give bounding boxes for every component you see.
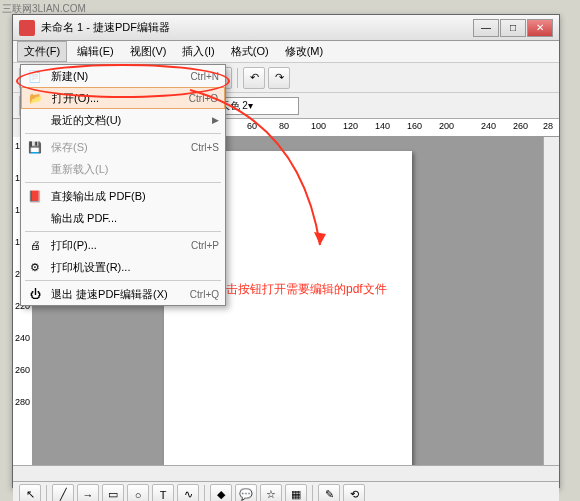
callout-icon[interactable]: 💬: [235, 484, 257, 502]
redo-icon[interactable]: ↷: [268, 67, 290, 89]
rect-icon[interactable]: ▭: [102, 484, 124, 502]
source-watermark: 三联网3LIAN.COM: [2, 2, 86, 16]
menu-modify[interactable]: 修改(M): [279, 42, 330, 61]
menu-edit[interactable]: 编辑(E): [71, 42, 120, 61]
maximize-button[interactable]: □: [500, 19, 526, 37]
menu-insert[interactable]: 插入(I): [176, 42, 220, 61]
edit-points-icon[interactable]: ✎: [318, 484, 340, 502]
line-icon[interactable]: ╱: [52, 484, 74, 502]
menu-item-export-pdf[interactable]: 📕 直接输出成 PDF(B): [21, 185, 225, 207]
file-menu-dropdown: 📄 新建(N) Ctrl+N 📂 打开(O)... Ctrl+O 最近的文档(U…: [20, 64, 226, 306]
minimize-button[interactable]: —: [473, 19, 499, 37]
menu-item-output-pdf[interactable]: 输出成 PDF...: [21, 207, 225, 229]
scrollbar-horizontal[interactable]: [13, 465, 559, 481]
menu-format[interactable]: 格式(O): [225, 42, 275, 61]
toolbar-bottom: ↖ ╱ → ▭ ○ T ∿ ◆ 💬 ☆ ▦ ✎ ⟲: [13, 481, 559, 501]
menubar: 文件(F) 编辑(E) 视图(V) 插入(I) 格式(O) 修改(M): [13, 41, 559, 63]
exit-icon: ⏻: [27, 286, 43, 302]
new-file-icon: 📄: [27, 68, 43, 84]
menu-item-new[interactable]: 📄 新建(N) Ctrl+N: [21, 65, 225, 87]
menu-item-exit[interactable]: ⏻ 退出 捷速PDF编辑器(X) Ctrl+Q: [21, 283, 225, 305]
arrow-tool-icon[interactable]: →: [77, 484, 99, 502]
menu-view[interactable]: 视图(V): [124, 42, 173, 61]
printer-settings-icon: ⚙: [27, 259, 43, 275]
menu-item-print[interactable]: 🖨 打印(P)... Ctrl+P: [21, 234, 225, 256]
star-icon[interactable]: ☆: [260, 484, 282, 502]
rotate-icon[interactable]: ⟲: [343, 484, 365, 502]
menu-file[interactable]: 文件(F): [17, 41, 67, 62]
menu-item-recent[interactable]: 最近的文档(U) ▶: [21, 109, 225, 131]
close-button[interactable]: ✕: [527, 19, 553, 37]
save-disk-icon: 💾: [27, 139, 43, 155]
pointer-icon[interactable]: ↖: [19, 484, 41, 502]
curve-icon[interactable]: ∿: [177, 484, 199, 502]
open-folder-icon: 📂: [28, 90, 44, 106]
scrollbar-vertical[interactable]: [543, 137, 559, 465]
undo-icon[interactable]: ↶: [243, 67, 265, 89]
printer-icon: 🖨: [27, 237, 43, 253]
shapes-icon[interactable]: ◆: [210, 484, 232, 502]
menu-item-open[interactable]: 📂 打开(O)... Ctrl+O: [21, 87, 225, 109]
menu-item-print-settings[interactable]: ⚙ 打印机设置(R)...: [21, 256, 225, 278]
ellipse-icon[interactable]: ○: [127, 484, 149, 502]
pdf-export-icon: 📕: [27, 188, 43, 204]
menu-item-reload[interactable]: 重新载入(L): [21, 158, 225, 180]
app-icon: [19, 20, 35, 36]
more-shapes-icon[interactable]: ▦: [285, 484, 307, 502]
menu-item-save[interactable]: 💾 保存(S) Ctrl+S: [21, 136, 225, 158]
submenu-arrow-icon: ▶: [212, 115, 219, 125]
text-icon[interactable]: T: [152, 484, 174, 502]
annotation-text: 点击按钮打开需要编辑的pdf文件: [214, 281, 387, 298]
titlebar: 未命名 1 - 捷速PDF编辑器 — □ ✕: [13, 15, 559, 41]
window-title: 未命名 1 - 捷速PDF编辑器: [41, 20, 473, 35]
